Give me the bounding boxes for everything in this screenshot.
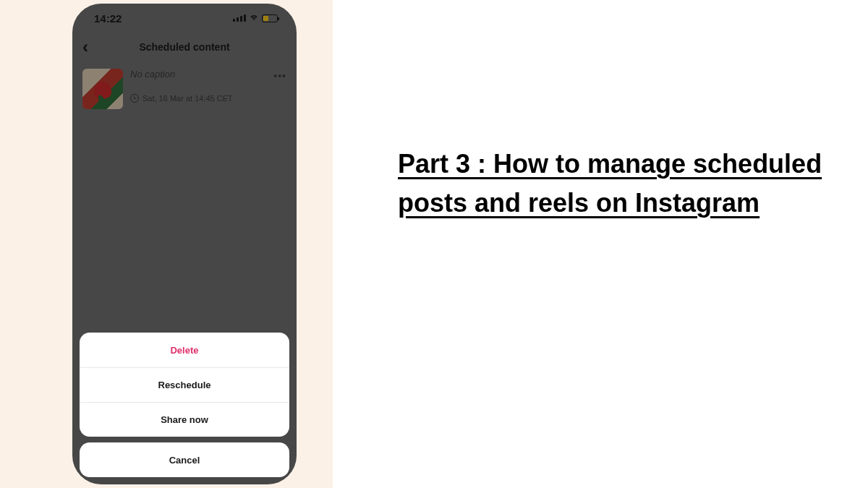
phone-mockup: 14:22 ‹ Scheduled content No caption	[72, 4, 297, 484]
action-sheet-group: Delete Reschedule Share now	[80, 333, 289, 437]
article-headline: Part 3 : How to manage scheduled posts a…	[398, 145, 825, 223]
delete-button[interactable]: Delete	[80, 333, 289, 367]
share-now-button[interactable]: Share now	[80, 402, 289, 437]
cancel-button[interactable]: Cancel	[80, 442, 289, 477]
phone-frame-column: 14:22 ‹ Scheduled content No caption	[0, 0, 333, 488]
reschedule-button[interactable]: Reschedule	[80, 367, 289, 402]
headline-column: Part 3 : How to manage scheduled posts a…	[333, 0, 868, 223]
action-sheet: Delete Reschedule Share now Cancel	[72, 333, 297, 484]
